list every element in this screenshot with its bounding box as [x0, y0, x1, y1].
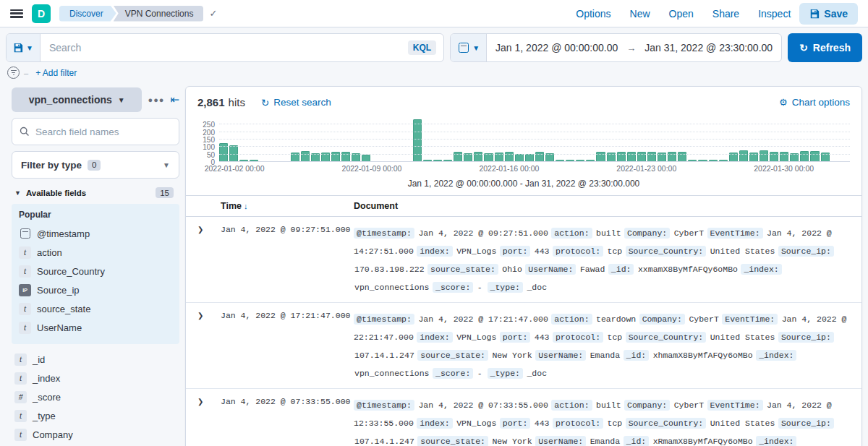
field-name-badge[interactable]: _type: — [488, 282, 523, 293]
field-name-badge[interactable]: Source_Country: — [626, 332, 707, 343]
histogram-bar[interactable] — [239, 160, 248, 161]
hamburger-menu-icon[interactable] — [10, 9, 23, 18]
field-item-_type[interactable]: t_type — [13, 406, 179, 425]
field-name-badge[interactable]: index: — [417, 418, 452, 429]
histogram-bar[interactable] — [800, 151, 809, 161]
field-name-badge[interactable]: _id: — [624, 436, 650, 446]
field-name-badge[interactable]: action: — [551, 314, 592, 325]
reset-search-button[interactable]: ↻ Reset search — [261, 97, 331, 108]
histogram-bar[interactable] — [586, 160, 595, 161]
field-name-badge[interactable]: Company: — [624, 228, 670, 239]
refresh-button[interactable]: ↻ Refresh — [788, 33, 862, 62]
filter-by-type-dropdown[interactable]: Filter by type 0 ▼ — [12, 151, 179, 179]
field-name-badge[interactable]: @timestamp: — [354, 314, 414, 325]
expand-row-icon[interactable]: ❯ — [197, 395, 215, 446]
field-name-badge[interactable]: Source_ip: — [778, 332, 834, 343]
date-quick-select-button[interactable]: ▼ — [451, 34, 487, 61]
expand-row-icon[interactable]: ❯ — [197, 309, 215, 382]
field-item-Source_Country[interactable]: tSource_Country — [17, 262, 174, 280]
field-item-Company[interactable]: tCompany — [13, 425, 179, 444]
field-name-badge[interactable]: @timestamp: — [354, 400, 414, 411]
collapse-sidebar-icon[interactable]: ⇤ — [170, 93, 179, 106]
sort-desc-icon[interactable]: ↓ — [244, 202, 248, 210]
field-name-badge[interactable]: Company: — [624, 400, 670, 411]
field-name-badge[interactable]: _score: — [433, 368, 473, 379]
top-menu-new[interactable]: New — [630, 8, 650, 20]
field-name-badge[interactable]: UserName: — [525, 264, 576, 275]
histogram-bar[interactable] — [413, 119, 422, 161]
histogram-bar[interactable] — [362, 155, 370, 161]
field-item-_score[interactable]: #_score — [13, 387, 179, 406]
field-item-Source_ip[interactable]: IPSource_ip — [17, 280, 174, 299]
field-name-badge[interactable]: protocol: — [553, 332, 603, 343]
field-name-badge[interactable]: _id: — [624, 350, 650, 361]
histogram-bar[interactable] — [709, 160, 718, 161]
top-menu-options[interactable]: Options — [576, 8, 610, 20]
histogram-bar[interactable] — [423, 160, 432, 161]
field-name-badge[interactable]: source_state: — [417, 350, 488, 361]
field-name-badge[interactable]: port: — [500, 418, 531, 429]
histogram-bar[interactable] — [352, 153, 360, 161]
field-name-badge[interactable]: action: — [551, 400, 592, 411]
histogram-bar[interactable] — [443, 160, 452, 161]
field-name-badge[interactable]: index: — [417, 246, 452, 257]
histogram-bar[interactable] — [780, 152, 788, 161]
field-name-badge[interactable]: _index: — [741, 264, 781, 275]
search-input[interactable] — [41, 42, 408, 53]
histogram-bar[interactable] — [576, 160, 584, 161]
field-name-badge[interactable]: UserName: — [535, 436, 586, 446]
breadcrumb-saved-search[interactable]: VPN Connections — [114, 6, 204, 22]
expand-row-icon[interactable]: ❯ — [197, 223, 215, 296]
field-name-badge[interactable]: _index: — [756, 350, 796, 361]
histogram-bar[interactable] — [698, 160, 707, 161]
field-item-_id[interactable]: t_id — [13, 350, 179, 369]
top-menu-open[interactable]: Open — [669, 8, 694, 20]
histogram-bar[interactable] — [515, 154, 524, 161]
histogram-chart[interactable]: 050100150200250 2022-01-02 00:002022-01-… — [186, 114, 861, 195]
field-name-badge[interactable]: _id: — [608, 264, 634, 275]
field-name-badge[interactable]: source_state: — [427, 264, 498, 275]
histogram-bar[interactable] — [433, 160, 442, 161]
histogram-bar[interactable] — [770, 152, 778, 161]
field-name-badge[interactable]: Source_ip: — [778, 246, 834, 257]
field-name-badge[interactable]: _index: — [756, 436, 796, 446]
histogram-bar[interactable] — [301, 151, 310, 161]
index-pattern-select[interactable]: vpn_connections ▼ — [12, 87, 142, 112]
histogram-bar[interactable] — [566, 160, 574, 161]
histogram-bar[interactable] — [719, 160, 728, 161]
field-name-badge[interactable]: index: — [417, 332, 452, 343]
more-options-icon[interactable]: ●●● — [148, 95, 164, 104]
field-name-badge[interactable]: Source_ip: — [778, 418, 834, 429]
field-name-badge[interactable]: _score: — [433, 282, 473, 293]
field-name-badge[interactable]: source_state: — [417, 436, 488, 446]
filter-menu-icon[interactable] — [7, 67, 20, 79]
field-item-UserName[interactable]: tUserName — [17, 318, 174, 337]
top-menu-share[interactable]: Share — [712, 8, 739, 20]
field-item-source_state[interactable]: tsource_state — [17, 299, 174, 318]
field-name-badge[interactable]: port: — [500, 332, 531, 343]
histogram-bar[interactable] — [484, 153, 493, 161]
field-name-badge[interactable]: @timestamp: — [354, 228, 414, 239]
field-name-badge[interactable]: EventTime: — [707, 228, 763, 239]
field-name-badge[interactable]: Source_Country: — [626, 418, 707, 429]
field-item-action[interactable]: taction — [17, 243, 174, 262]
field-name-badge[interactable]: _type: — [488, 368, 523, 379]
field-name-badge[interactable]: protocol: — [553, 418, 603, 429]
field-name-badge[interactable]: protocol: — [553, 246, 603, 257]
histogram-bar[interactable] — [454, 152, 462, 161]
save-button[interactable]: Save — [799, 3, 858, 25]
field-name-badge[interactable]: action: — [551, 228, 592, 239]
histogram-bar[interactable] — [556, 160, 564, 161]
field-item-_index[interactable]: t_index — [13, 369, 179, 387]
histogram-bar[interactable] — [810, 151, 819, 161]
histogram-bar[interactable] — [739, 150, 748, 162]
kql-language-badge[interactable]: KQL — [408, 40, 436, 55]
field-name-badge[interactable]: Source_Country: — [626, 246, 707, 257]
saved-query-menu-button[interactable]: ▼ — [7, 34, 41, 61]
start-date-button[interactable]: Jan 1, 2022 @ 00:00:00.00 — [487, 42, 626, 53]
add-filter-button[interactable]: + Add filter — [35, 68, 77, 78]
field-name-badge[interactable]: port: — [500, 246, 531, 257]
histogram-bar[interactable] — [688, 160, 697, 161]
field-item-@timestamp[interactable]: @timestamp — [17, 224, 174, 243]
field-search-input[interactable] — [35, 126, 171, 137]
